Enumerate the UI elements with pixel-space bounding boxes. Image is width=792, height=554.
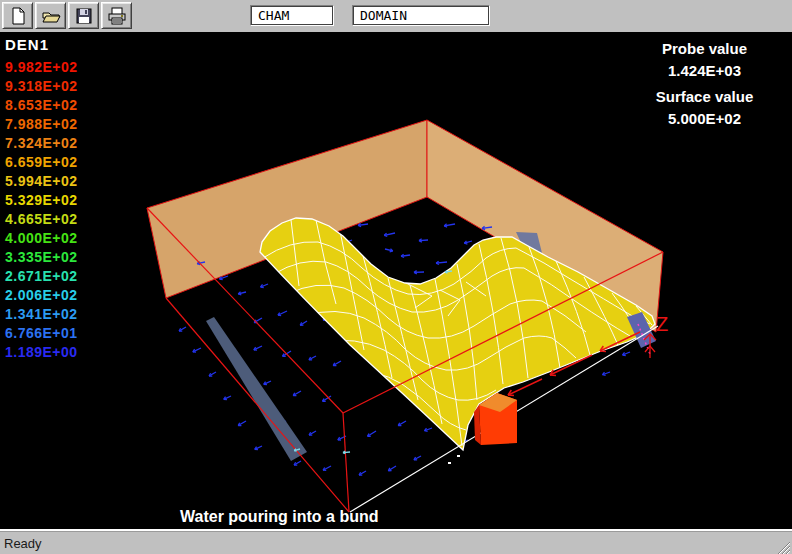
legend-entry: 2.006E+02	[5, 286, 78, 305]
legend-variable-name: DEN1	[5, 36, 78, 53]
legend-entry: 9.318E+02	[5, 77, 78, 96]
legend-entry: 5.329E+02	[5, 191, 78, 210]
legend-entry: 4.000E+02	[5, 229, 78, 248]
probe-value: 1.424E+03	[612, 60, 792, 82]
color-legend: DEN1 9.982E+029.318E+028.653E+027.988E+0…	[5, 36, 78, 362]
legend-entry: 5.994E+02	[5, 172, 78, 191]
open-folder-icon	[41, 6, 61, 26]
print-button[interactable]	[101, 2, 132, 29]
probe-value-label: Probe value	[612, 38, 792, 60]
z-axis-label: Z	[656, 313, 668, 335]
legend-entry: 1.341E+02	[5, 305, 78, 324]
legend-scale: 9.982E+029.318E+028.653E+027.988E+027.32…	[5, 58, 78, 362]
legend-entry: 7.324E+02	[5, 134, 78, 153]
status-text: Ready	[4, 536, 42, 551]
legend-entry: 3.335E+02	[5, 248, 78, 267]
scene-caption: Water pouring into a bund	[180, 508, 379, 526]
domain-field[interactable]: DOMAIN	[352, 5, 490, 26]
legend-entry: 6.766E+01	[5, 324, 78, 343]
new-file-button[interactable]	[2, 2, 33, 29]
resize-grip[interactable]	[777, 541, 791, 554]
status-bar: Ready	[0, 529, 792, 554]
legend-entry: 4.665E+02	[5, 210, 78, 229]
legend-entry: 2.671E+02	[5, 267, 78, 286]
legend-entry: 9.982E+02	[5, 58, 78, 77]
surface-value: 5.000E+02	[612, 108, 792, 130]
toolbar: CHAM DOMAIN	[0, 0, 792, 33]
legend-entry: 7.988E+02	[5, 115, 78, 134]
surface-value-label: Surface value	[612, 86, 792, 108]
save-icon	[74, 6, 94, 26]
new-file-icon	[8, 6, 28, 26]
probe-readout: Probe value 1.424E+03 Surface value 5.00…	[612, 38, 792, 130]
open-file-button[interactable]	[35, 2, 66, 29]
legend-entry: 1.189E+00	[5, 343, 78, 362]
save-button[interactable]	[68, 2, 99, 29]
legend-entry: 6.659E+02	[5, 153, 78, 172]
object-name-field[interactable]: CHAM	[250, 5, 334, 26]
legend-entry: 8.653E+02	[5, 96, 78, 115]
print-icon	[107, 6, 127, 26]
application-window: CHAM DOMAIN	[0, 0, 792, 554]
